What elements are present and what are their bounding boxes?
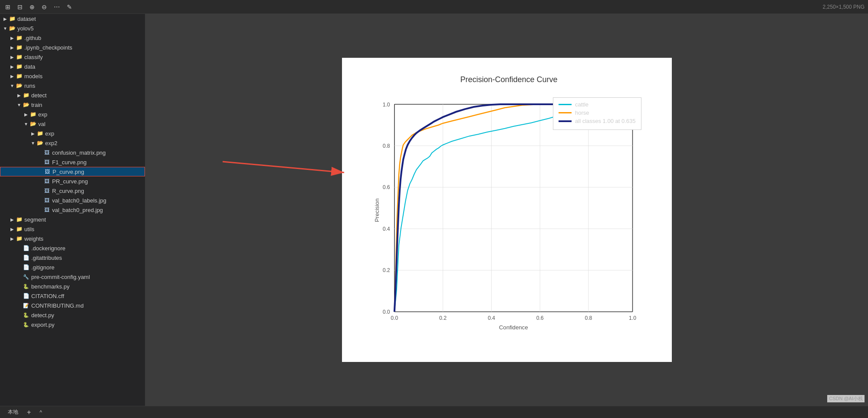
toolbar-edit-btn[interactable]: ✎	[65, 3, 74, 11]
legend-line-cattle	[559, 104, 572, 105]
tree-arrow-ipynb: ▶	[9, 44, 16, 51]
tree-item-dockerignore[interactable]: ▶ 📄 .dockerignore	[0, 243, 145, 253]
toolbar-zoom-out-btn[interactable]: ⊖	[40, 3, 49, 11]
tree-item-ipynb[interactable]: ▶ 📁 .ipynb_checkpoints	[0, 43, 145, 52]
tree-item-weights[interactable]: ▶ 📁 weights	[0, 234, 145, 243]
tree-item-classify[interactable]: ▶ 📁 classify	[0, 52, 145, 62]
tree-label-segment: segment	[24, 216, 46, 223]
legend-label-all-classes: all classes 1.00 at 0.635	[575, 118, 635, 124]
chart-area: 0.0 0.2 0.4 0.6 0.8 1.0 0.0 0.2 0.4 0.6 …	[372, 89, 646, 341]
tree-arrow-runs: ▼	[9, 82, 16, 89]
folder-icon-data: 📁	[16, 63, 23, 70]
tree-label-r-curve: R_curve.png	[52, 188, 84, 194]
tree-item-github[interactable]: ▶ 📁 .github	[0, 33, 145, 43]
tree-item-runs[interactable]: ▼ 📂 runs	[0, 81, 145, 90]
bottom-tab-caret[interactable]: ^	[35, 408, 46, 416]
svg-text:0.8: 0.8	[585, 315, 592, 321]
tree-item-segment[interactable]: ▶ 📁 segment	[0, 215, 145, 224]
tree-label-val: val	[38, 121, 46, 127]
tree-label-utils: utils	[24, 226, 34, 232]
tree-label-models: models	[24, 73, 43, 80]
tree-item-precommit[interactable]: ▶ 🔧 pre-commit-config.yaml	[0, 272, 145, 282]
file-icon-gitignore: 📄	[23, 264, 30, 271]
toolbar-zoom-in-btn[interactable]: ⊕	[28, 3, 36, 11]
tree-item-contributing[interactable]: ▶ 📝 CONTRIBUTING.md	[0, 301, 145, 310]
folder-icon-exp2: 📂	[36, 139, 43, 146]
toolbar-grid-btn[interactable]: ⊟	[16, 3, 24, 11]
tree-item-data[interactable]: ▶ 📁 data	[0, 62, 145, 71]
tree-label-f1-curve: F1_curve.png	[52, 159, 87, 166]
tree-label-pr-curve: PR_curve.png	[52, 178, 88, 185]
tree-item-dataset[interactable]: ▶ 📁 dataset	[0, 14, 145, 23]
svg-text:0.0: 0.0	[382, 309, 390, 315]
folder-icon-weights: 📁	[16, 235, 23, 242]
file-icon-val-batch0-pred: 🖼	[43, 206, 50, 213]
folder-icon-val: 📂	[30, 120, 36, 127]
file-tree-sidebar[interactable]: ▶ 📁 dataset ▼ 📂 yolov5 ▶ 📁 .github ▶ 📁 .…	[0, 14, 145, 406]
svg-text:0.8: 0.8	[382, 143, 390, 149]
tree-item-val-batch0-labels[interactable]: ▶ 🖼 val_batch0_labels.jpg	[0, 196, 145, 205]
folder-icon-detect: 📁	[23, 92, 30, 99]
image-viewer[interactable]: Precision-Confidence Curve	[145, 14, 868, 406]
tree-arrow-github: ▶	[9, 34, 16, 41]
tree-item-val-batch0-pred[interactable]: ▶ 🖼 val_batch0_pred.jpg	[0, 205, 145, 215]
legend-box: cattle horse all classes 1.00 at 0.635	[553, 97, 641, 130]
svg-text:1.0: 1.0	[629, 315, 636, 321]
tree-item-val[interactable]: ▼ 📂 val	[0, 119, 145, 129]
svg-text:Confidence: Confidence	[499, 324, 528, 331]
svg-text:0.6: 0.6	[382, 184, 390, 190]
red-arrow-overlay	[223, 149, 362, 183]
tree-item-confusion-matrix[interactable]: ▶ 🖼 confusion_matrix.png	[0, 148, 145, 157]
tree-item-exp2[interactable]: ▼ 📂 exp2	[0, 138, 145, 148]
tree-item-gitattributes[interactable]: ▶ 📄 .gitattributes	[0, 253, 145, 262]
tree-label-gitignore: .gitignore	[31, 264, 54, 271]
svg-text:0.0: 0.0	[391, 315, 398, 321]
watermark-label: CSDN @AI小栈	[827, 395, 865, 402]
tree-label-ipynb: .ipynb_checkpoints	[24, 44, 72, 51]
tree-item-f1-curve[interactable]: ▶ 🖼 F1_curve.png	[0, 157, 145, 167]
bottom-tabs: 本地 + ^	[0, 406, 868, 418]
legend-item-all-classes: all classes 1.00 at 0.635	[559, 118, 635, 124]
legend-line-all-classes	[559, 120, 572, 122]
tree-label-benchmarks: benchmarks.py	[31, 283, 69, 290]
tree-item-val-exp[interactable]: ▶ 📁 exp	[0, 129, 145, 138]
bottom-tab-add[interactable]: +	[24, 408, 33, 416]
tree-item-benchmarks[interactable]: ▶ 🐍 benchmarks.py	[0, 282, 145, 291]
folder-icon-github: 📁	[16, 34, 23, 41]
tree-item-pr-curve[interactable]: ▶ 🖼 PR_curve.png	[0, 176, 145, 186]
tree-item-detect[interactable]: ▶ 📁 detect	[0, 90, 145, 100]
tree-item-models[interactable]: ▶ 📁 models	[0, 71, 145, 81]
tree-arrow-dataset: ▶	[2, 15, 9, 22]
toolbar-fit-btn[interactable]: ⋯	[52, 3, 62, 11]
tree-label-p-curve: P_curve.png	[53, 169, 84, 175]
tree-item-train[interactable]: ▼ 📂 train	[0, 100, 145, 109]
tree-label-val-batch0-labels: val_batch0_labels.jpg	[52, 197, 106, 204]
tree-item-utils[interactable]: ▶ 📁 utils	[0, 224, 145, 234]
tree-item-r-curve[interactable]: ▶ 🖼 R_curve.png	[0, 186, 145, 196]
legend-line-horse	[559, 112, 572, 113]
file-icon-precommit: 🔧	[23, 273, 30, 280]
file-icon-dockerignore: 📄	[23, 245, 30, 252]
legend-label-cattle: cattle	[575, 101, 589, 108]
tree-arrow-val-exp: ▶	[30, 130, 36, 137]
svg-text:0.2: 0.2	[439, 315, 447, 321]
toolbar-expand-btn[interactable]: ⊞	[3, 3, 12, 11]
tree-arrow-weights: ▶	[9, 235, 16, 242]
tree-item-train-exp[interactable]: ▶ 📁 exp	[0, 109, 145, 119]
svg-text:0.4: 0.4	[382, 226, 390, 232]
file-icon-gitattributes: 📄	[23, 254, 30, 261]
tree-item-export-py[interactable]: ▶ 🐍 export.py	[0, 320, 145, 329]
tree-label-runs: runs	[24, 83, 35, 89]
file-icon-export-py: 🐍	[23, 321, 30, 328]
tree-item-gitignore[interactable]: ▶ 📄 .gitignore	[0, 262, 145, 272]
tree-item-yolov5[interactable]: ▼ 📂 yolov5	[0, 23, 145, 33]
tree-label-export-py: export.py	[31, 322, 54, 328]
svg-text:0.6: 0.6	[536, 315, 543, 321]
tree-item-p-curve[interactable]: ▶ 🖼 P_curve.png	[0, 167, 145, 176]
tree-item-citation[interactable]: ▶ 📄 CITATION.cff	[0, 291, 145, 301]
bottom-tab-local[interactable]: 本地	[3, 408, 23, 417]
folder-icon-runs: 📂	[16, 82, 23, 89]
tree-label-citation: CITATION.cff	[31, 293, 64, 299]
tree-item-detect-py[interactable]: ▶ 🐍 detect.py	[0, 310, 145, 320]
image-size-label: 2,250×1,500 PNG	[823, 4, 865, 10]
